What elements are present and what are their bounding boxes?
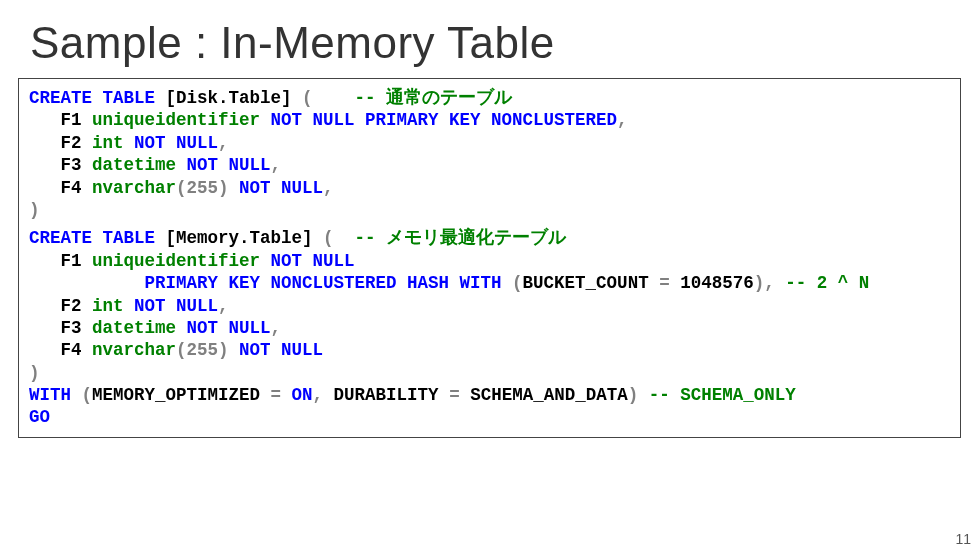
col-name: F2 — [29, 296, 92, 316]
indent — [29, 273, 145, 293]
code-line: ) — [29, 362, 950, 384]
opt-key: MEMORY_OPTIMIZED — [92, 385, 260, 405]
col-opts: NOT NULL — [229, 178, 324, 198]
opt-val: SCHEMA_AND_DATA — [470, 385, 628, 405]
code-line: F1 uniqueidentifier NOT NULL PRIMARY KEY… — [29, 109, 950, 131]
col-type: nvarchar — [92, 340, 176, 360]
col-type: int — [92, 133, 124, 153]
eq: = — [260, 385, 292, 405]
code-box: CREATE TABLE [Disk.Table] ( -- 通常のテーブル F… — [18, 78, 961, 438]
code-line: ) — [29, 199, 950, 221]
paren: ( — [82, 385, 93, 405]
pk-clause: PRIMARY KEY NONCLUSTERED HASH WITH — [145, 273, 513, 293]
comma: , — [271, 318, 282, 338]
paren: ( — [323, 228, 355, 248]
code-line: F2 int NOT NULL, — [29, 132, 950, 154]
comment: -- 通常のテーブル — [355, 88, 513, 108]
comma: , — [764, 273, 785, 293]
paren: ) — [628, 385, 649, 405]
comma: , — [218, 296, 229, 316]
code-line: F4 nvarchar(255) NOT NULL — [29, 339, 950, 361]
bucket-key: BUCKET_COUNT — [523, 273, 649, 293]
size: (255) — [176, 178, 229, 198]
col-name: F1 — [29, 251, 92, 271]
keyword-create: CREATE TABLE — [29, 88, 155, 108]
opt-val: ON — [292, 385, 313, 405]
col-name: F2 — [29, 133, 92, 153]
table-name: [Memory.Table] — [155, 228, 323, 248]
comma: , — [323, 178, 334, 198]
col-type: uniqueidentifier — [92, 251, 260, 271]
go-kw: GO — [29, 407, 50, 427]
col-opts: NOT NULL — [176, 155, 271, 175]
slide-title: Sample : In-Memory Table — [0, 0, 979, 78]
comma: , — [271, 155, 282, 175]
code-line: F3 datetime NOT NULL, — [29, 317, 950, 339]
comma: , — [218, 133, 229, 153]
paren-close: ) — [29, 363, 40, 383]
bucket-val: 1048576 — [680, 273, 754, 293]
keyword-create: CREATE TABLE — [29, 228, 155, 248]
code-line: GO — [29, 406, 950, 428]
paren: ( — [512, 273, 523, 293]
col-opts: NOT NULL — [260, 251, 355, 271]
col-name: F4 — [29, 340, 92, 360]
paren: ( — [302, 88, 355, 108]
col-type: datetime — [92, 318, 176, 338]
paren-close: ) — [29, 200, 40, 220]
opt-key: DURABILITY — [334, 385, 439, 405]
comment: -- 2 ^ N — [785, 273, 869, 293]
code-line: F2 int NOT NULL, — [29, 295, 950, 317]
col-opts: NOT NULL — [124, 296, 219, 316]
eq: = — [649, 273, 681, 293]
col-type: uniqueidentifier — [92, 110, 260, 130]
code-line: WITH (MEMORY_OPTIMIZED = ON, DURABILITY … — [29, 384, 950, 406]
col-opts: NOT NULL — [176, 318, 271, 338]
comment: -- メモリ最適化テーブル — [355, 228, 567, 248]
col-type: int — [92, 296, 124, 316]
col-name: F3 — [29, 155, 92, 175]
with-kw: WITH — [29, 385, 82, 405]
col-type: datetime — [92, 155, 176, 175]
size: (255) — [176, 340, 229, 360]
col-opts: NOT NULL PRIMARY KEY NONCLUSTERED — [260, 110, 617, 130]
sep: , — [313, 385, 334, 405]
col-opts: NOT NULL — [229, 340, 324, 360]
comma: , — [617, 110, 628, 130]
col-opts: NOT NULL — [124, 133, 219, 153]
eq: = — [439, 385, 471, 405]
code-line: F1 uniqueidentifier NOT NULL — [29, 250, 950, 272]
paren: ) — [754, 273, 765, 293]
col-name: F1 — [29, 110, 92, 130]
code-line: F3 datetime NOT NULL, — [29, 154, 950, 176]
col-name: F3 — [29, 318, 92, 338]
code-line: CREATE TABLE [Disk.Table] ( -- 通常のテーブル — [29, 87, 950, 109]
page-number: 11 — [955, 531, 971, 547]
comment: -- SCHEMA_ONLY — [649, 385, 796, 405]
col-name: F4 — [29, 178, 92, 198]
code-line: CREATE TABLE [Memory.Table] ( -- メモリ最適化テ… — [29, 227, 950, 249]
table-name: [Disk.Table] — [155, 88, 302, 108]
code-line: PRIMARY KEY NONCLUSTERED HASH WITH (BUCK… — [29, 272, 950, 294]
col-type: nvarchar — [92, 178, 176, 198]
code-line: F4 nvarchar(255) NOT NULL, — [29, 177, 950, 199]
